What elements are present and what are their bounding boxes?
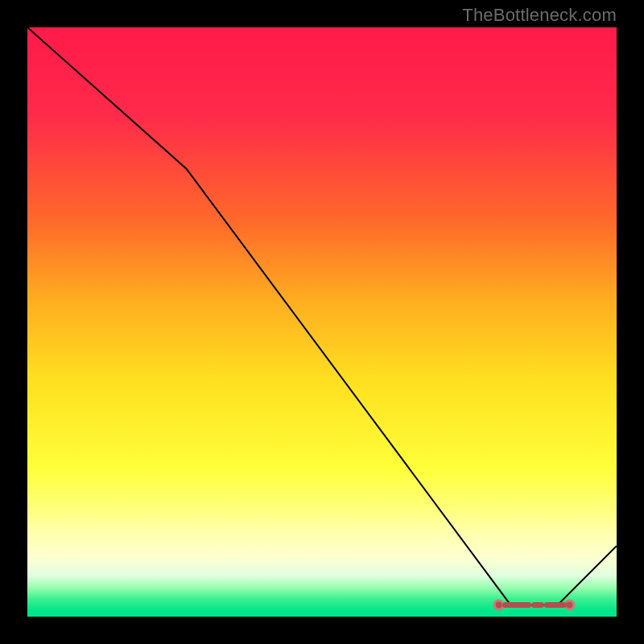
chart-svg [27, 27, 617, 617]
marker-dot [494, 601, 503, 609]
plot-area [27, 27, 617, 617]
chart-line [27, 27, 617, 605]
chart-frame: TheBottleneck.com [0, 0, 644, 644]
optimal-zone-markers [494, 601, 574, 609]
attribution-text: TheBottleneck.com [462, 5, 617, 26]
